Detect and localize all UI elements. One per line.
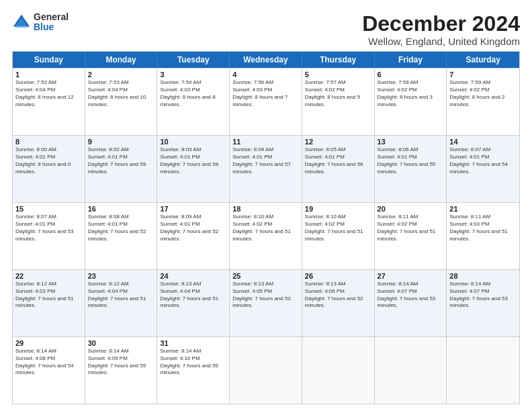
day-number: 9: [88, 138, 154, 146]
day-info: Sunrise: 7:54 AM Sunset: 4:03 PM Dayligh…: [160, 79, 226, 108]
day-info: Sunrise: 8:09 AM Sunset: 4:01 PM Dayligh…: [160, 214, 226, 242]
empty-cell: [375, 337, 447, 404]
day-cell-12: 12Sunrise: 8:05 AM Sunset: 4:01 PM Dayli…: [302, 136, 375, 202]
day-info: Sunrise: 8:14 AM Sunset: 4:08 PM Dayligh…: [15, 348, 82, 377]
day-cell-14: 14Sunrise: 8:07 AM Sunset: 4:01 PM Dayli…: [447, 136, 519, 202]
day-number: 30: [88, 339, 154, 347]
header: General Blue December 2024 Wellow, Engla…: [12, 12, 520, 47]
calendar: SundayMondayTuesdayWednesdayThursdayFrid…: [12, 51, 520, 404]
day-cell-5: 5Sunrise: 7:57 AM Sunset: 4:02 PM Daylig…: [302, 68, 375, 135]
day-number: 13: [378, 138, 444, 146]
day-info: Sunrise: 8:13 AM Sunset: 4:05 PM Dayligh…: [232, 281, 299, 310]
day-number: 15: [15, 205, 82, 213]
day-number: 24: [160, 272, 226, 280]
title-block: December 2024 Wellow, England, United Ki…: [362, 12, 520, 47]
day-cell-20: 20Sunrise: 8:11 AM Sunset: 4:02 PM Dayli…: [375, 203, 447, 269]
day-number: 4: [232, 71, 299, 79]
day-info: Sunrise: 8:07 AM Sunset: 4:01 PM Dayligh…: [449, 146, 517, 175]
day-cell-3: 3Sunrise: 7:54 AM Sunset: 4:03 PM Daylig…: [157, 68, 230, 135]
day-number: 16: [88, 205, 154, 213]
day-cell-17: 17Sunrise: 8:09 AM Sunset: 4:01 PM Dayli…: [157, 203, 230, 269]
day-number: 27: [378, 272, 444, 280]
day-number: 11: [232, 138, 299, 146]
day-number: 25: [232, 272, 299, 280]
day-info: Sunrise: 7:59 AM Sunset: 4:02 PM Dayligh…: [449, 79, 517, 108]
day-number: 20: [378, 205, 444, 213]
logo-text: General Blue: [34, 12, 69, 33]
day-cell-11: 11Sunrise: 8:04 AM Sunset: 4:01 PM Dayli…: [230, 136, 302, 202]
day-info: Sunrise: 8:14 AM Sunset: 4:07 PM Dayligh…: [449, 281, 517, 310]
day-cell-19: 19Sunrise: 8:10 AM Sunset: 4:02 PM Dayli…: [302, 203, 375, 269]
day-number: 18: [232, 205, 299, 213]
day-number: 2: [88, 71, 154, 79]
day-number: 28: [449, 272, 517, 280]
day-info: Sunrise: 7:53 AM Sunset: 4:04 PM Dayligh…: [88, 79, 154, 108]
logo: General Blue: [12, 12, 69, 33]
day-number: 8: [15, 138, 82, 146]
header-day-monday: Monday: [85, 52, 158, 68]
day-info: Sunrise: 8:11 AM Sunset: 4:02 PM Dayligh…: [378, 214, 444, 242]
day-cell-4: 4Sunrise: 7:56 AM Sunset: 4:03 PM Daylig…: [230, 68, 302, 135]
day-number: 7: [449, 71, 517, 79]
day-number: 6: [378, 71, 444, 79]
day-cell-26: 26Sunrise: 8:13 AM Sunset: 4:06 PM Dayli…: [302, 270, 375, 336]
day-info: Sunrise: 8:10 AM Sunset: 4:02 PM Dayligh…: [305, 214, 371, 242]
day-cell-30: 30Sunrise: 8:14 AM Sunset: 4:09 PM Dayli…: [85, 337, 158, 404]
week-row-4: 22Sunrise: 8:12 AM Sunset: 4:03 PM Dayli…: [13, 269, 519, 336]
day-info: Sunrise: 8:14 AM Sunset: 4:07 PM Dayligh…: [378, 281, 444, 310]
empty-cell: [230, 337, 302, 404]
day-number: 5: [305, 71, 371, 79]
day-number: 23: [88, 272, 154, 280]
day-number: 10: [160, 138, 226, 146]
day-info: Sunrise: 8:02 AM Sunset: 4:01 PM Dayligh…: [88, 146, 154, 175]
day-info: Sunrise: 8:13 AM Sunset: 4:06 PM Dayligh…: [305, 281, 371, 310]
day-cell-21: 21Sunrise: 8:11 AM Sunset: 4:03 PM Dayli…: [447, 203, 519, 269]
day-info: Sunrise: 8:08 AM Sunset: 4:01 PM Dayligh…: [88, 214, 154, 242]
day-cell-15: 15Sunrise: 8:07 AM Sunset: 4:01 PM Dayli…: [13, 203, 85, 269]
week-row-5: 29Sunrise: 8:14 AM Sunset: 4:08 PM Dayli…: [13, 336, 519, 404]
day-info: Sunrise: 7:56 AM Sunset: 4:03 PM Dayligh…: [232, 79, 299, 108]
day-number: 12: [305, 138, 371, 146]
day-number: 17: [160, 205, 226, 213]
day-cell-24: 24Sunrise: 8:13 AM Sunset: 4:04 PM Dayli…: [157, 270, 230, 336]
calendar-header: SundayMondayTuesdayWednesdayThursdayFrid…: [13, 52, 519, 68]
header-day-saturday: Saturday: [447, 52, 519, 68]
week-row-1: 1Sunrise: 7:52 AM Sunset: 4:04 PM Daylig…: [13, 68, 519, 135]
day-cell-23: 23Sunrise: 8:12 AM Sunset: 4:04 PM Dayli…: [85, 270, 158, 336]
page: General Blue December 2024 Wellow, Engla…: [0, 0, 532, 411]
day-info: Sunrise: 8:11 AM Sunset: 4:03 PM Dayligh…: [449, 214, 517, 242]
day-info: Sunrise: 8:07 AM Sunset: 4:01 PM Dayligh…: [15, 214, 82, 242]
day-number: 22: [15, 272, 82, 280]
day-cell-2: 2Sunrise: 7:53 AM Sunset: 4:04 PM Daylig…: [85, 68, 158, 135]
day-cell-8: 8Sunrise: 8:00 AM Sunset: 4:01 PM Daylig…: [13, 136, 85, 202]
day-cell-27: 27Sunrise: 8:14 AM Sunset: 4:07 PM Dayli…: [375, 270, 447, 336]
logo-blue: Blue: [34, 22, 69, 32]
day-cell-1: 1Sunrise: 7:52 AM Sunset: 4:04 PM Daylig…: [13, 68, 85, 135]
day-cell-25: 25Sunrise: 8:13 AM Sunset: 4:05 PM Dayli…: [230, 270, 302, 336]
calendar-body: 1Sunrise: 7:52 AM Sunset: 4:04 PM Daylig…: [13, 68, 519, 404]
week-row-2: 8Sunrise: 8:00 AM Sunset: 4:01 PM Daylig…: [13, 135, 519, 202]
day-number: 21: [449, 205, 517, 213]
day-cell-16: 16Sunrise: 8:08 AM Sunset: 4:01 PM Dayli…: [85, 203, 158, 269]
day-info: Sunrise: 8:06 AM Sunset: 4:01 PM Dayligh…: [378, 146, 444, 175]
day-number: 3: [160, 71, 226, 79]
logo-icon: [12, 13, 31, 32]
day-number: 1: [15, 71, 82, 79]
day-number: 14: [449, 138, 517, 146]
day-number: 19: [305, 205, 371, 213]
logo-general: General: [34, 12, 69, 22]
empty-cell: [447, 337, 519, 404]
header-day-wednesday: Wednesday: [230, 52, 302, 68]
day-info: Sunrise: 8:14 AM Sunset: 4:10 PM Dayligh…: [160, 348, 226, 377]
day-number: 26: [305, 272, 371, 280]
day-cell-10: 10Sunrise: 8:03 AM Sunset: 4:01 PM Dayli…: [157, 136, 230, 202]
day-info: Sunrise: 8:12 AM Sunset: 4:04 PM Dayligh…: [88, 281, 154, 310]
day-cell-7: 7Sunrise: 7:59 AM Sunset: 4:02 PM Daylig…: [447, 68, 519, 135]
header-day-sunday: Sunday: [13, 52, 85, 68]
day-info: Sunrise: 8:13 AM Sunset: 4:04 PM Dayligh…: [160, 281, 226, 310]
day-info: Sunrise: 8:05 AM Sunset: 4:01 PM Dayligh…: [305, 146, 371, 175]
subtitle: Wellow, England, United Kingdom: [362, 36, 520, 47]
day-info: Sunrise: 8:00 AM Sunset: 4:01 PM Dayligh…: [15, 146, 82, 175]
day-info: Sunrise: 7:58 AM Sunset: 4:02 PM Dayligh…: [378, 79, 444, 108]
day-cell-31: 31Sunrise: 8:14 AM Sunset: 4:10 PM Dayli…: [157, 337, 230, 404]
